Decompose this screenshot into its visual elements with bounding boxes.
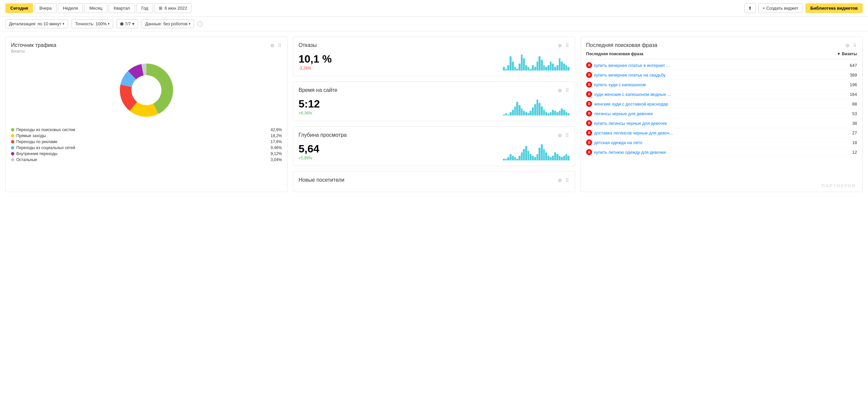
yandex-icon: Я	[586, 82, 592, 88]
search-phrase-link[interactable]: купить летнюю одежду для девочки	[594, 150, 666, 155]
bounce-rate-value: 10,1 %	[299, 53, 332, 65]
top-bar-left: СегодняВчераНеделяМесяцКварталГод ⊞ 6 ию…	[5, 3, 191, 13]
time-on-site-title: Время на сайте	[299, 87, 338, 93]
tab-сегодня[interactable]: Сегодня	[5, 3, 33, 13]
sparkline-bar	[552, 110, 554, 116]
visits-count: 647	[850, 63, 857, 68]
last-search-drag-button[interactable]: ⠿	[852, 42, 857, 49]
depth-settings-button[interactable]: ⚙	[557, 132, 563, 139]
create-widget-button[interactable]: + Создать виджет	[758, 3, 802, 13]
legend-left: Переходы из социальных сетей	[11, 146, 75, 150]
sparkline-bar	[545, 112, 547, 116]
table-row-left: Я худи женские с капюшоном модные ...	[586, 91, 850, 97]
sparkline-bar	[512, 110, 514, 116]
yandex-icon: Я	[586, 130, 592, 136]
sparkline-bar	[516, 102, 518, 116]
sparkline-bar	[503, 115, 505, 116]
time-on-site-drag-button[interactable]: ⠿	[565, 87, 569, 94]
search-phrase-link[interactable]: купить худи с капюшоном	[594, 82, 646, 87]
legend-item: Переходы из социальных сетей 9,46%	[11, 146, 282, 150]
sparkline-bar	[561, 62, 563, 70]
search-phrase-link[interactable]: женские худи с доставкой краснодар	[594, 101, 668, 106]
visits-count: 389	[850, 72, 857, 77]
library-button[interactable]: Библиотека виджетов	[805, 3, 863, 13]
search-phrase-link[interactable]: купить вечернее платье в интернет ...	[594, 63, 670, 68]
search-phrase-link[interactable]: купить вечернее платье на свадьбу	[594, 72, 665, 77]
sparkline-bar	[548, 156, 550, 160]
search-phrase-link[interactable]: купить легинсы черные для девочек	[594, 121, 667, 126]
sparkline-bar	[512, 156, 514, 160]
last-search-settings-button[interactable]: ⚙	[845, 42, 850, 49]
legend-left: Переходы по рекламе	[11, 139, 57, 144]
tab-квартал[interactable]: Квартал	[109, 3, 135, 13]
accuracy-arrow-icon: ▾	[108, 22, 110, 26]
sparkline-bar	[548, 65, 550, 70]
accuracy-select[interactable]: Точность: 100% ▾	[71, 19, 113, 28]
legend-left: Переходы из поисковых систем	[11, 127, 75, 132]
traffic-source-drag-button[interactable]: ⠿	[277, 42, 282, 49]
visits-count: 27	[852, 130, 857, 135]
depth-inner: 5,64 +5,89%	[299, 142, 569, 160]
yandex-icon: Я	[586, 91, 592, 97]
time-on-site-value: 5:12	[299, 98, 320, 110]
library-label: Библиотека виджетов	[810, 6, 858, 11]
segment-selector[interactable]: 7/7 ▾	[117, 19, 138, 28]
new-visitors-settings-button[interactable]: ⚙	[557, 177, 563, 184]
detail-select[interactable]: Детализация: по 10 минут ▾	[5, 19, 68, 28]
sparkline-bar	[536, 99, 538, 116]
sparkline-bar	[565, 65, 567, 70]
donut-center	[132, 76, 161, 104]
legend-label: Внутренние переходы	[16, 151, 58, 156]
traffic-source-settings-button[interactable]: ⚙	[270, 42, 275, 49]
sparkline-bar	[525, 112, 527, 116]
table-row: Я легинсы черные для девочек 53	[586, 109, 857, 119]
sparkline-bar	[552, 156, 554, 160]
sparkline-bar	[543, 65, 545, 70]
legend-value: 17,6%	[271, 139, 282, 144]
table-row: Я купить летнюю одежду для девочки 12	[586, 148, 857, 157]
sparkline-bar	[507, 65, 509, 70]
yandex-icon: Я	[586, 101, 592, 107]
sparkline-bar	[519, 105, 521, 116]
search-phrase-link[interactable]: худи женские с капюшоном модные ...	[594, 92, 671, 97]
traffic-source-card: Источник трафика Визиты ⚙ ⠿ Переходы из …	[5, 37, 287, 192]
tab-год[interactable]: Год	[136, 3, 153, 13]
search-phrase-link[interactable]: детская одежда на лето	[594, 140, 642, 145]
table-row: Я женские худи с доставкой краснодар 88	[586, 99, 857, 109]
tab-месяц[interactable]: Месяц	[84, 3, 107, 13]
legend-value: 18,2%	[271, 133, 282, 138]
tab-вчера[interactable]: Вчера	[34, 3, 57, 13]
sparkline-bar	[514, 106, 516, 116]
legend-item: Остальные 3,04%	[11, 157, 282, 162]
legend-left: Остальные	[11, 157, 37, 162]
depth-drag-button[interactable]: ⠿	[565, 132, 569, 139]
sparkline-bar	[567, 156, 569, 160]
bounce-rate-drag-button[interactable]: ⠿	[565, 42, 569, 49]
data-filter-select[interactable]: Данные: без роботов ▾	[142, 19, 194, 28]
bounce-rate-settings-button[interactable]: ⚙	[557, 42, 563, 49]
sparkline-bar	[509, 112, 512, 116]
visits-count: 18	[852, 140, 857, 145]
new-visitors-drag-button[interactable]: ⠿	[565, 177, 569, 184]
depth-header: Глубина просмотра ⚙ ⠿	[299, 132, 569, 139]
legend-value: 9,12%	[271, 151, 282, 156]
table-row-left: Я купить летнюю одежду для девочки	[586, 149, 852, 155]
date-button[interactable]: ⊞ 6 июн 2022	[154, 3, 191, 13]
sparkline-bar	[507, 115, 509, 116]
detail-label: Детализация: по 10 минут	[9, 21, 61, 26]
segment-dot-icon	[120, 22, 123, 26]
time-on-site-settings-button[interactable]: ⚙	[557, 87, 563, 94]
search-phrase-link[interactable]: доставка легинсов черные для девоч...	[594, 130, 673, 135]
sparkline-bar	[534, 67, 536, 70]
search-phrase-link[interactable]: легинсы черные для девочек	[594, 111, 653, 116]
tab-неделя[interactable]: Неделя	[58, 3, 83, 13]
info-icon[interactable]: i	[197, 21, 203, 27]
depth-card: Глубина просмотра ⚙ ⠿ 5,64 +5,89%	[293, 126, 575, 166]
sparkline-bar	[538, 148, 540, 160]
export-button[interactable]: ⬆	[745, 3, 755, 13]
sparkline-bar	[514, 157, 516, 160]
new-visitors-title: Новые посетители	[299, 177, 344, 183]
sparkline-bar	[512, 62, 514, 70]
legend-value: 42,6%	[271, 127, 282, 132]
yandex-icon: Я	[586, 72, 592, 78]
